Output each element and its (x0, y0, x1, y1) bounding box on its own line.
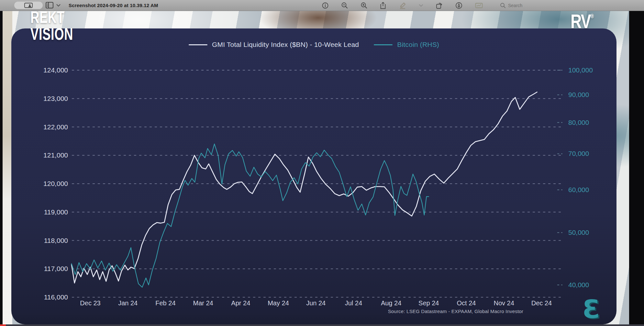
search-icon (500, 3, 506, 8)
rotate-icon[interactable] (436, 2, 443, 9)
chevron-down-icon[interactable] (419, 4, 423, 7)
source-note: Source: LSEG Datastream - EXPAAM, Global… (388, 309, 523, 314)
window-title: Screenshot 2024-09-20 at 10.39.12 AM (69, 0, 158, 11)
background-left-strip (3, 11, 12, 324)
search-field[interactable]: Search (500, 3, 522, 8)
chart-legend: GMI Total Liquidity Index ($BN) - 10-Wee… (11, 41, 616, 49)
highlight-pen-icon[interactable] (399, 2, 406, 9)
gmi-line-swatch (189, 44, 207, 45)
legend-item-gmi: GMI Total Liquidity Index ($BN) - 10-Wee… (189, 41, 359, 49)
video-progress-track[interactable] (0, 324, 644, 326)
gmi-legend-label: GMI Total Liquidity Index ($BN) - 10-Wee… (212, 41, 359, 49)
bitcoin-line-swatch (374, 44, 393, 45)
zoom-out-icon[interactable] (341, 2, 348, 9)
vision-line: VISION (30, 26, 73, 42)
registered-mark: ® (591, 13, 594, 19)
rekt-line: REKT (30, 9, 73, 26)
expaam-glyph: Ɛ (583, 297, 600, 323)
realvision-logo: RV® (571, 10, 594, 33)
legend-item-bitcoin: Bitcoin (RHS) (374, 41, 439, 49)
search-placeholder: Search (508, 3, 522, 8)
markup-pen-icon[interactable] (455, 2, 462, 9)
video-progress-played (0, 324, 6, 326)
expaam-logo: Ɛ Ɛ (579, 297, 608, 323)
chart-panel: GMI Total Liquidity Index ($BN) - 10-Wee… (11, 28, 616, 324)
letterbox-right (629, 0, 644, 326)
bitcoin-legend-label: Bitcoin (RHS) (397, 41, 439, 49)
info-icon[interactable] (322, 2, 328, 9)
form-fill-icon[interactable] (475, 3, 483, 8)
rekt-vision-wordmark: REKT VISION (30, 9, 73, 42)
preview-toolbar: Screenshot 2024-09-20 at 10.39.12 AM (0, 0, 644, 11)
zoom-in-icon[interactable] (361, 2, 367, 9)
sidebar-chevron-down-icon[interactable] (56, 4, 61, 7)
share-icon[interactable] (380, 2, 386, 9)
